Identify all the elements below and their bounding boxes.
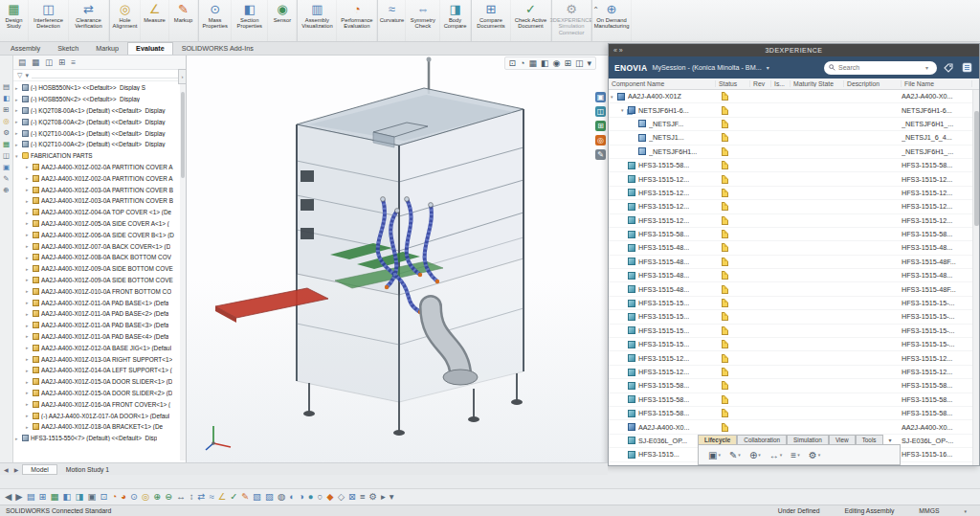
task-pane-icon[interactable]: ▤ <box>3 82 10 91</box>
compass-menu-icon[interactable] <box>960 61 973 75</box>
filter-caret-icon[interactable]: ▾ <box>25 72 29 79</box>
expand-caret-icon[interactable]: ▸ <box>26 413 32 418</box>
col-rev[interactable]: Rev <box>750 80 771 87</box>
expand-caret-icon[interactable]: ▸ <box>15 85 21 91</box>
task-pane-icon[interactable]: ▣ <box>3 163 10 171</box>
tree-item[interactable]: ▸ AA2J-A400-X01Z-016-0A FRONT COVER<1> ( <box>13 398 186 410</box>
session-caret-icon[interactable]: ▾ <box>767 64 769 71</box>
tree-item[interactable]: ▸ AA2J-A400-X01Z-004-0A TOP COVER <1> (D… <box>13 207 186 218</box>
table-row[interactable]: HFS3-1515-48... HFS3-1515-48... <box>609 269 979 282</box>
feature-manager-tool-icon[interactable]: ▦ <box>32 57 39 67</box>
view-tool-icon[interactable]: ◧ <box>541 58 549 68</box>
shortcut-tool-icon[interactable]: ◧ <box>63 490 72 504</box>
shortcut-tool-icon[interactable]: ▨ <box>265 490 274 504</box>
expand-caret-icon[interactable]: ▸ <box>26 255 32 260</box>
expand-caret-icon[interactable]: ▾ <box>15 153 21 159</box>
table-row[interactable]: _NETSJF6H1... _NETSJF6H1_... <box>609 146 979 159</box>
table-row[interactable]: HFS3-1515-12... HFS3-1515-12... <box>609 172 979 186</box>
command-tab[interactable]: Markup <box>87 42 127 55</box>
expand-caret-icon[interactable]: ▸ <box>26 175 32 181</box>
shortcut-tool-icon[interactable]: ◕ <box>121 490 126 504</box>
table-row[interactable]: HFS3-1515-12... HFS3-1515-12... <box>609 187 979 200</box>
table-row[interactable]: HFS3-1515-15... HFS3-1515-15-... <box>609 338 979 351</box>
lifecycle-tool-button[interactable]: ↔ ▾ <box>769 450 783 460</box>
shortcut-tool-icon[interactable]: ≈ <box>209 490 213 504</box>
tree-item[interactable]: ▸ (-) KQ2T08-00A<1> (Default) <<Default>… <box>13 105 186 117</box>
tree-item[interactable]: ▸ AA2J-A400-X01Z-018-0A BRACKET<1> (De <box>13 421 186 433</box>
expand-caret-icon[interactable]: ▸ <box>26 368 32 373</box>
table-row[interactable]: HFS3-1515-58... HFS3-1515-58... <box>609 393 979 407</box>
overlay-tab[interactable]: Tools <box>856 435 883 444</box>
table-row[interactable]: HFS3-1515-48... HFS3-1515-48... <box>609 241 979 255</box>
table-row[interactable]: HFS3-1515-12... HFS3-1515-12... <box>609 366 979 379</box>
shortcut-tool-icon[interactable]: ▣ <box>88 490 97 504</box>
ribbon-button[interactable]: ✎ Markup <box>169 0 198 41</box>
expand-caret-icon[interactable]: ▸ <box>15 436 21 441</box>
viewport-app-icon[interactable]: ◫ <box>595 106 606 117</box>
panel-flyout-button[interactable]: › <box>178 69 187 84</box>
tree-item[interactable]: ▸ AA2J-A400-X01Z-015-0A DOOR SLIDER<2> (… <box>13 388 186 399</box>
table-row[interactable]: HFS3-1515-48... HFS3-1515-48F... <box>609 256 979 269</box>
viewport-app-icon[interactable]: ▣ <box>595 92 606 102</box>
shortcut-tool-icon[interactable]: ⊕ <box>153 490 161 504</box>
expand-caret-icon[interactable]: ▸ <box>26 243 32 249</box>
table-row[interactable]: _NETSJF... _NETSJF6H1_... <box>609 118 979 131</box>
expand-caret-icon[interactable]: ▸ <box>26 390 32 395</box>
tree-item[interactable]: ▸ AA2J-A400-X01Z-009-0A SIDE BOTTOM COVE <box>13 263 186 275</box>
expand-caret-icon[interactable]: ▸ <box>15 107 21 113</box>
table-scrollbar[interactable] <box>972 90 979 465</box>
shortcut-tool-icon[interactable]: ▶ <box>15 490 22 504</box>
table-row[interactable]: HFS3-1515-12... HFS3-1515-12... <box>609 351 979 365</box>
tree-scrollbar[interactable] <box>180 82 186 460</box>
expand-caret-icon[interactable]: ▸ <box>26 323 32 328</box>
shortcut-tool-icon[interactable]: ◐ <box>289 490 295 504</box>
shortcut-tool-icon[interactable]: ▧ <box>253 490 261 504</box>
shortcut-tool-icon[interactable]: ⊖ <box>165 490 172 504</box>
ribbon-button[interactable]: ◔ Performance Evaluation <box>337 0 377 41</box>
task-pane-icon[interactable]: ✎ <box>3 174 9 183</box>
col-status[interactable]: Status <box>716 80 750 87</box>
shortcut-tool-icon[interactable]: ↕ <box>189 490 194 504</box>
status-item[interactable]: MMGS <box>919 507 939 514</box>
overlay-tab[interactable]: Lifecycle <box>698 435 737 444</box>
tree-item[interactable]: ▸ AA2J-A400-X01Z-013-0A RIGHT SUPPORT<1> <box>13 353 186 365</box>
tree-item[interactable]: ▸ AA2J-A400-X01Z-011-0A PAD BASE<4> (Def… <box>13 331 186 343</box>
shortcut-tool-icon[interactable]: ↔ <box>176 490 186 504</box>
tree-item[interactable]: ▸ AA2J-A400-X01Z-011-0A PAD BASE<3> (Def… <box>13 320 186 331</box>
panel-collapse-icon[interactable]: « » <box>613 47 623 54</box>
shortcut-tool-icon[interactable]: ▦ <box>51 490 59 504</box>
command-tab[interactable]: Evaluate <box>127 42 173 55</box>
row-expand-caret[interactable]: ▾ <box>611 94 617 100</box>
overlay-tab[interactable]: Simulation <box>787 435 829 444</box>
tree-scrollbar-thumb[interactable] <box>181 92 185 178</box>
table-scrollbar-thumb[interactable] <box>974 111 979 226</box>
ribbon-button[interactable]: ∠ Measure <box>141 0 169 41</box>
tree-item[interactable]: ▸ AA2J-A400-X01Z-006-0A SIDE COVER B<1> … <box>13 229 186 240</box>
view-tool-icon[interactable]: ◔ <box>520 58 524 68</box>
table-row[interactable]: HFS3-1515-15... HFS3-1515-15-... <box>609 325 979 338</box>
shortcut-tool-icon[interactable]: ◇ <box>338 490 345 504</box>
expand-caret-icon[interactable]: ▸ <box>15 97 21 102</box>
expand-caret-icon[interactable]: ▸ <box>26 277 32 282</box>
document-tab[interactable]: Motion Study 1 <box>57 464 118 475</box>
viewport-app-icon[interactable]: ✎ <box>595 149 606 160</box>
expand-caret-icon[interactable]: ▸ <box>26 424 32 430</box>
table-row[interactable]: HFS3-1515-15... HFS3-1515-15-... <box>609 310 979 324</box>
shortcut-tool-icon[interactable]: ⇄ <box>197 490 205 504</box>
command-tab[interactable]: Assembly <box>2 42 49 55</box>
tree-item[interactable]: ▸ AA2J-A400-X01Z-014-0A LEFT SUPPORT<1> … <box>13 365 186 376</box>
ribbon-button[interactable]: ▦ Design Study <box>0 0 29 41</box>
document-tab[interactable]: Model <box>22 464 57 475</box>
expand-caret-icon[interactable]: ▸ <box>15 130 21 136</box>
col-file-name[interactable]: File Name <box>902 80 972 87</box>
table-row[interactable]: HFS3-1515-58... HFS3-1515-58... <box>609 228 979 241</box>
tree-item[interactable]: ▸ AA2J-A400-X01Z-008-0A BACK BOTTOM COV <box>13 252 186 263</box>
lifecycle-tool-button[interactable]: ≡ ▾ <box>791 450 799 460</box>
ribbon-button[interactable]: ✓ Check Active Document <box>511 0 551 41</box>
shortcut-tool-icon[interactable]: ⚙ <box>369 490 378 504</box>
command-tab[interactable]: SOLIDWORKS Add-Ins <box>173 42 262 55</box>
ribbon-button[interactable]: ◫ Interference Detection <box>29 0 69 41</box>
expand-caret-icon[interactable]: ▸ <box>26 164 32 169</box>
expand-caret-icon[interactable]: ▸ <box>26 210 32 215</box>
shortcut-tool-icon[interactable]: ⊞ <box>39 490 47 504</box>
